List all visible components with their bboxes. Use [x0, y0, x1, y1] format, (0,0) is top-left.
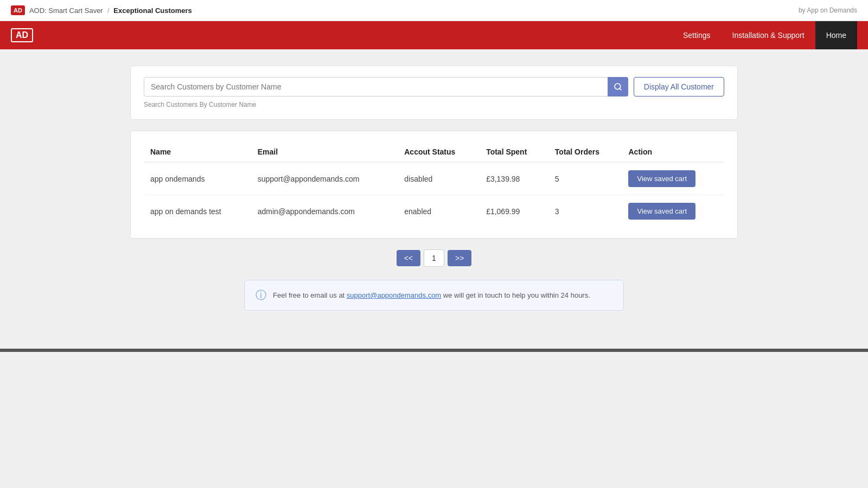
navbar-links: Settings Installation & Support Home [672, 21, 857, 49]
nav-home[interactable]: Home [815, 21, 857, 49]
view-saved-cart-button-1[interactable]: View saved cart [628, 203, 695, 220]
search-hint: Search Customers By Customer Name [144, 101, 724, 108]
breadcrumb-separator: / [107, 7, 110, 15]
main-navbar: AD Settings Installation & Support Home [0, 21, 868, 49]
cell-spent-1: £1,069.99 [480, 195, 548, 228]
cell-email-0: support@appondemands.com [251, 162, 398, 195]
nav-settings[interactable]: Settings [672, 21, 722, 49]
col-total-spent: Total Spent [480, 142, 548, 162]
svg-line-1 [620, 88, 621, 90]
breadcrumb-bar: AD AOD: Smart Cart Saver / Exceptional C… [0, 0, 868, 21]
cell-email-1: admin@appondemands.com [251, 195, 398, 228]
nav-installation-support[interactable]: Installation & Support [722, 21, 815, 49]
info-text-after: we will get in touch to help you within … [441, 291, 590, 299]
page-content: Display All Customer Search Customers By… [108, 49, 760, 327]
cell-status-0: disabled [398, 162, 480, 195]
navbar-logo: AD [11, 28, 33, 42]
col-action: Action [622, 142, 724, 162]
table-row: app ondemands support@appondemands.com d… [144, 162, 724, 195]
col-total-orders: Total Orders [548, 142, 622, 162]
cell-action-1: View saved cart [622, 195, 724, 228]
breadcrumb-attribution: by App on Demands [799, 7, 857, 14]
info-bar: ⓘ Feel free to email us at support@appon… [244, 280, 624, 311]
view-saved-cart-button-0[interactable]: View saved cart [628, 170, 695, 187]
info-icon: ⓘ [256, 288, 266, 303]
pagination-prev[interactable]: << [397, 250, 420, 266]
page-border-bottom [0, 349, 868, 352]
table-card: Name Email Accout Status Total Spent Tot… [130, 131, 738, 239]
cell-orders-1: 3 [548, 195, 622, 228]
pagination: << 1 >> [130, 249, 738, 267]
search-button[interactable] [608, 77, 628, 97]
search-icon [614, 82, 622, 91]
info-text-before: Feel free to email us at [273, 291, 347, 299]
cell-name-1: app on demands test [144, 195, 251, 228]
customers-table: Name Email Accout Status Total Spent Tot… [144, 142, 724, 227]
pagination-current[interactable]: 1 [424, 249, 444, 267]
table-row: app on demands test admin@appondemands.c… [144, 195, 724, 228]
col-email: Email [251, 142, 398, 162]
search-card: Display All Customer Search Customers By… [130, 66, 738, 120]
search-input-wrap [144, 77, 628, 97]
search-input[interactable] [144, 77, 628, 97]
breadcrumb-app-name: AOD: Smart Cart Saver [29, 7, 103, 15]
table-header: Name Email Accout Status Total Spent Tot… [144, 142, 724, 162]
col-name: Name [144, 142, 251, 162]
cell-spent-0: £3,139.98 [480, 162, 548, 195]
col-status: Accout Status [398, 142, 480, 162]
search-row: Display All Customer [144, 77, 724, 97]
info-email-link[interactable]: support@appondemands.com [347, 291, 441, 299]
table-body: app ondemands support@appondemands.com d… [144, 162, 724, 227]
breadcrumb-left: AD AOD: Smart Cart Saver / Exceptional C… [11, 5, 192, 15]
breadcrumb-current-page: Exceptional Customers [113, 7, 192, 15]
breadcrumb-logo: AD [11, 5, 25, 15]
display-all-button[interactable]: Display All Customer [634, 77, 724, 97]
cell-name-0: app ondemands [144, 162, 251, 195]
cell-action-0: View saved cart [622, 162, 724, 195]
cell-status-1: enabled [398, 195, 480, 228]
pagination-next[interactable]: >> [448, 250, 471, 266]
cell-orders-0: 5 [548, 162, 622, 195]
info-text: Feel free to email us at support@apponde… [273, 291, 590, 299]
